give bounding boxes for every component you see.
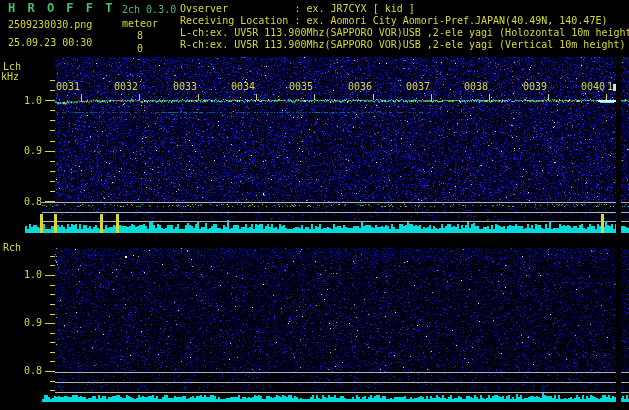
time-label-partial: 1 <box>607 81 613 92</box>
time-label-0038: 0038 <box>464 81 488 92</box>
rch-channel-label: Rch <box>3 242 21 253</box>
location-info-line: Receiving Location : ex. Aomori City Aom… <box>180 15 607 26</box>
time-label-0034: 0034 <box>231 81 255 92</box>
observer-info-line: Ovserver : ex. JR7CYX [ kid ] <box>180 3 415 14</box>
mode-label: meteor <box>122 18 158 29</box>
lch-unit-label: kHz <box>1 71 19 82</box>
rch-freq-tick-0_8: 0.8 <box>18 365 42 376</box>
lch-freq-tick-0_9: 0.9 <box>18 145 42 156</box>
time-label-0035: 0035 <box>289 81 313 92</box>
rch-freq-tick-1_0: 1.0 <box>18 269 42 280</box>
time-label-0036: 0036 <box>348 81 372 92</box>
time-label-0039: 0039 <box>523 81 547 92</box>
spectrogram-canvas <box>0 0 629 410</box>
hrofft-app-window: H R O F F T 2ch 0.3.0 2509230030.png met… <box>0 0 629 410</box>
lch-freq-tick-1_0: 1.0 <box>18 95 42 106</box>
time-label-0031: 0031 <box>56 81 80 92</box>
output-filename: 2509230030.png <box>8 19 92 30</box>
long-echo-count: 0 <box>137 43 143 54</box>
rch-info-line: R-ch:ex. UV5R 113.900Mhz(SAPPORO VOR)USB… <box>180 39 626 50</box>
app-title: H R O F F T <box>8 3 115 14</box>
time-label-0037: 0037 <box>406 81 430 92</box>
rch-freq-tick-0_9: 0.9 <box>18 317 42 328</box>
app-version: 2ch 0.3.0 <box>122 4 176 15</box>
lch-freq-tick-0_8: 0.8 <box>18 196 42 207</box>
time-label-0032: 0032 <box>114 81 138 92</box>
time-label-0033: 0033 <box>173 81 197 92</box>
lch-info-line: L-ch:ex. UV5R 113.900Mhz(SAPPORO VOR)USB… <box>180 27 629 38</box>
datetime-label: 25.09.23 00:30 <box>8 37 92 48</box>
time-label-0040: 0040 <box>581 81 605 92</box>
meteor-count: 8 <box>137 30 143 41</box>
